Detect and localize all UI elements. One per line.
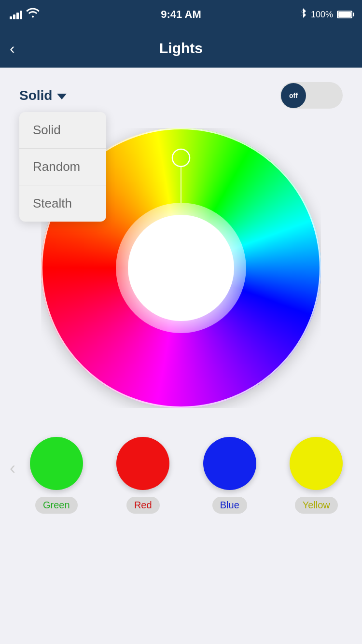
wifi-icon: [26, 8, 40, 21]
preset-label-blue: Blue: [220, 500, 239, 510]
preset-label-red: Red: [134, 500, 152, 510]
preset-label-bg-green: Green: [35, 497, 78, 514]
toggle-knob: off: [281, 83, 306, 108]
preset-item-red[interactable]: Red: [116, 437, 169, 514]
preset-label-bg-yellow: Yellow: [295, 497, 338, 514]
preset-item-yellow[interactable]: Yellow: [290, 437, 343, 514]
page-title: Lights: [159, 40, 203, 56]
mode-label: Solid: [19, 88, 52, 103]
bluetooth-icon: [299, 8, 307, 21]
main-content: Solid Solid Random Stealth off off: [0, 68, 362, 432]
battery-icon: [337, 11, 352, 18]
preset-circle-green: [30, 437, 83, 490]
dropdown-item-random[interactable]: Random: [19, 149, 106, 185]
preset-label-yellow: Yellow: [303, 500, 330, 510]
dropdown-menu: Solid Random Stealth: [19, 112, 106, 222]
preset-item-green[interactable]: Green: [30, 437, 83, 514]
chevron-down-icon: [57, 94, 67, 99]
dropdown-item-solid[interactable]: Solid: [19, 112, 106, 149]
signal-icon: [10, 10, 22, 19]
preset-label-bg-red: Red: [126, 497, 160, 514]
presets-section: ‹ Green Red Blue Yellow: [0, 432, 362, 528]
preset-circle-red: [116, 437, 169, 490]
preset-item-blue[interactable]: Blue: [203, 437, 256, 514]
preset-list: Green Red Blue Yellow: [20, 437, 352, 514]
preset-circle-yellow: [290, 437, 343, 490]
preset-label-bg-blue: Blue: [212, 497, 247, 514]
mode-selector[interactable]: Solid: [19, 88, 67, 103]
power-toggle[interactable]: off off: [280, 82, 343, 109]
toggle-on-label: off: [289, 92, 298, 99]
nav-bar: ‹ Lights: [0, 29, 362, 68]
back-button[interactable]: ‹: [10, 40, 15, 57]
mode-selector-container: Solid Solid Random Stealth: [19, 88, 67, 103]
status-time: 9:41 AM: [161, 8, 201, 21]
status-left: [10, 8, 40, 21]
battery-percentage: 100%: [311, 10, 333, 20]
status-right: 100%: [299, 8, 352, 21]
preset-circle-blue: [203, 437, 256, 490]
dropdown-item-stealth[interactable]: Stealth: [19, 185, 106, 222]
preset-label-green: Green: [43, 500, 70, 510]
scroll-left-icon[interactable]: ‹: [10, 458, 15, 493]
status-bar: 9:41 AM 100%: [0, 0, 362, 29]
top-controls: Solid Solid Random Stealth off off: [19, 82, 343, 109]
